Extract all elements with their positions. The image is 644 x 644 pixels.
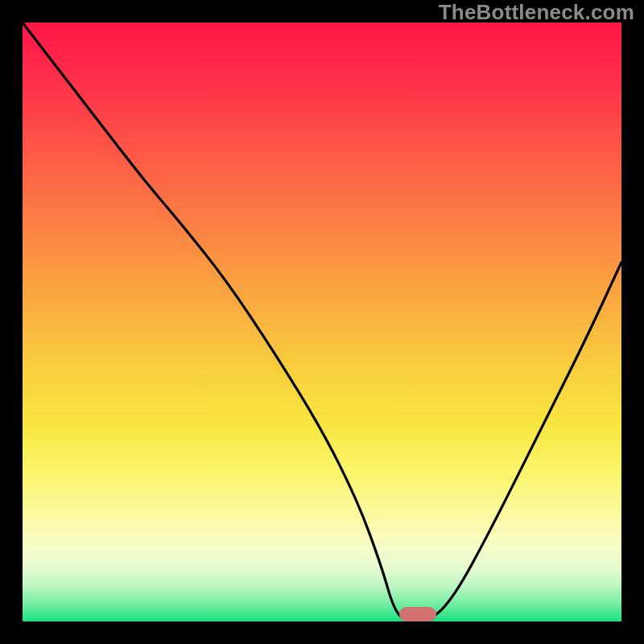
plot-area [23, 23, 621, 621]
chart-frame: TheBottleneck.com [0, 0, 644, 644]
watermark-text: TheBottleneck.com [439, 0, 634, 25]
optimal-marker [399, 607, 436, 621]
curve-path [23, 23, 621, 621]
bottleneck-curve [23, 23, 621, 621]
